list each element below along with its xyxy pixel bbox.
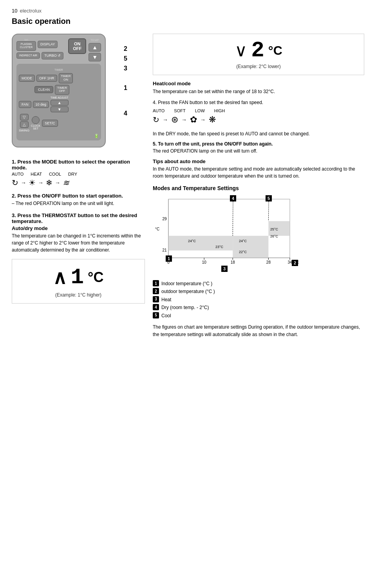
right-column: ∨ 2 °C (Example: 2°C lower) Heat/cool mo… [153, 34, 364, 338]
mode-btn[interactable]: MODE [19, 75, 35, 82]
step1-title: 1. Press the MODE button to select the o… [12, 159, 145, 171]
temp-controls: TEMP ▲ ▼ [89, 38, 101, 61]
step3-title: 3. Press the THERMOSTAT button to set th… [12, 212, 145, 224]
timer-label: TIMER [54, 68, 63, 71]
example-top-label: (Example: 2°C lower) [161, 64, 356, 69]
fan-icons-row: ↻ → ⊛ → ✿ → ❋ [153, 115, 364, 125]
svg-text:4: 4 [232, 196, 235, 201]
dry-note-text: In the DRY mode, the fan speed is preset… [153, 130, 364, 137]
legend-item-3: 3 Heat [153, 296, 364, 304]
swing-up-btn[interactable]: △ [20, 121, 29, 128]
arrow-3: → [55, 180, 60, 186]
chevron-down-icon: ∨ [235, 42, 247, 59]
heat-cool-title: Heat/cool mode [153, 81, 364, 86]
auto-dry-text: The temperature can be changed in 1°C in… [12, 232, 145, 254]
time-adjust-up-btn[interactable]: ▲ [51, 100, 69, 106]
ten-deg-btn[interactable]: 10 deg [33, 101, 49, 108]
temp-value-top: 2 [251, 40, 264, 61]
mode-labels: AUTO HEAT COOL DRY [12, 172, 145, 176]
mode-cool-icon: ❄ [46, 178, 52, 187]
ion-label: Ion [24, 38, 28, 41]
indirect-air-btn[interactable]: INDIRECT AIR [16, 52, 40, 59]
svg-text:24°C: 24°C [188, 239, 196, 243]
legend-note: The figures on chart are temperature set… [153, 324, 364, 338]
legend-item-1: 1 Indoor temperature (°C ) [153, 280, 364, 288]
off-1hr-btn[interactable]: OFF 1HR [36, 75, 57, 82]
tips-text: In the AUTO mode, the temperature settin… [153, 165, 364, 180]
brand-name: electrolux [20, 8, 42, 14]
svg-text:23°C: 23°C [215, 245, 224, 249]
callout-4: 4 [124, 110, 127, 117]
step2-title: 2. Press the ON/OFF button to start oper… [12, 193, 145, 199]
plasma-cluster-btn[interactable]: PLASMACLUSTER [16, 41, 36, 51]
fan-high-icon: ❋ [209, 115, 216, 125]
callout-1: 1 [124, 85, 127, 92]
auto-dry-title: Auto/dry mode [12, 225, 145, 231]
callout-3: 3 [124, 65, 127, 72]
clock-set-label: CLOCKSET [31, 124, 40, 130]
time-adjust-col: TIME ADJUST ▲ ▼ [51, 96, 69, 112]
svg-text:1: 1 [168, 256, 170, 261]
legend-text-3: Heat [161, 296, 171, 304]
step1-block: 1. Press the MODE button to select the o… [12, 159, 145, 187]
clean-btn[interactable]: CLEAN [34, 86, 53, 93]
example-box-bottom: ∧ 1 °C (Example: 1°C higher) [12, 259, 145, 304]
remote-container: 2 5 3 1 4 Ion PLASM [12, 34, 133, 159]
degree-display: 1 [70, 265, 84, 290]
legend-num-2: 2 [153, 288, 159, 294]
legend-item-2: 2 outdoor temperature (°C ) [153, 288, 364, 295]
fan-arrow-3: → [200, 117, 206, 123]
timer-on-btn[interactable]: TIMERON [59, 73, 73, 83]
temp-down-btn[interactable]: ▼ [89, 53, 101, 61]
header: 10 electrolux [12, 8, 364, 14]
display-btn[interactable]: DISPLAY [38, 41, 58, 48]
remote-middle: TIMER MODE OFF 1HR TIMERON CLEAN TIME [16, 64, 101, 140]
legend-text-4: Dry (room temp. - 2°C) [161, 304, 209, 311]
chevron-up-icon: ∧ [53, 266, 67, 288]
page: 10 electrolux Basic operation 2 5 3 1 4 [0, 0, 376, 346]
mode-auto-icon: ↻ [12, 178, 18, 187]
heat-cool-text: The temperature can be set within the ra… [153, 88, 364, 95]
step5-text: The red OPERATION lamp on the unit will … [153, 148, 257, 154]
temp-up-btn[interactable]: ▲ [89, 43, 101, 52]
remote-row-3: FAN 10 deg TIME ADJUST ▲ ▼ [19, 96, 99, 112]
degree-symbol-bottom: °C [88, 269, 103, 286]
remote-row-4: ▽ △ SWING CLOCKSET SET/C [19, 114, 99, 132]
svg-text:5: 5 [268, 196, 270, 201]
mode-dry: DRY [68, 172, 77, 176]
swing-label: SWING [19, 129, 29, 132]
swing-down-btn[interactable]: ▽ [20, 114, 29, 120]
setc-btn[interactable]: SET/C [42, 120, 58, 127]
on-off-btn[interactable]: ONOFF [68, 38, 86, 54]
fan-arrow-1: → [163, 117, 168, 123]
heat-cool-block: Heat/cool mode The temperature can be se… [153, 81, 364, 95]
svg-text:29: 29 [162, 217, 167, 221]
svg-text:24°C: 24°C [239, 239, 247, 243]
unit-top: °C [268, 43, 282, 58]
tips-title: Tips about auto mode [153, 158, 364, 164]
fan-auto-icon: ↻ [153, 115, 159, 124]
svg-text:22°C: 22°C [239, 250, 247, 254]
fan-high-label: HIGH [214, 108, 225, 113]
legend-item-4: 4 Dry (room temp. - 2°C) [153, 304, 364, 311]
example-display-top: ∨ 2 °C [161, 40, 356, 61]
fan-btn[interactable]: FAN [19, 101, 31, 108]
time-adjust-down-btn[interactable]: ▼ [51, 106, 69, 112]
step5-block: 5. To turn off the unit, press the ON/OF… [153, 140, 364, 155]
legend-text-1: Indoor temperature (°C ) [161, 280, 212, 288]
svg-text:2: 2 [294, 261, 296, 265]
step2-block: 2. Press the ON/OFF button to start oper… [12, 193, 145, 207]
clock-circle [32, 116, 40, 124]
timer-off-btn[interactable]: TIMEROFF [55, 85, 69, 95]
mode-cool: COOL [49, 172, 61, 176]
display-bottom: ∧ 1 °C [20, 265, 137, 290]
turbo-btn[interactable]: TURBO ↺ [42, 52, 63, 59]
main-content: 2 5 3 1 4 Ion PLASM [12, 34, 364, 338]
legend-num-1: 1 [153, 280, 159, 286]
legend-text-2: outdoor temperature (°C ) [161, 288, 215, 295]
svg-line-32 [268, 201, 269, 221]
svg-text:10: 10 [202, 260, 207, 264]
legend-num-4: 4 [153, 304, 159, 310]
battery-indicator: 🔋 [19, 134, 99, 138]
svg-text:34: 34 [287, 260, 292, 264]
